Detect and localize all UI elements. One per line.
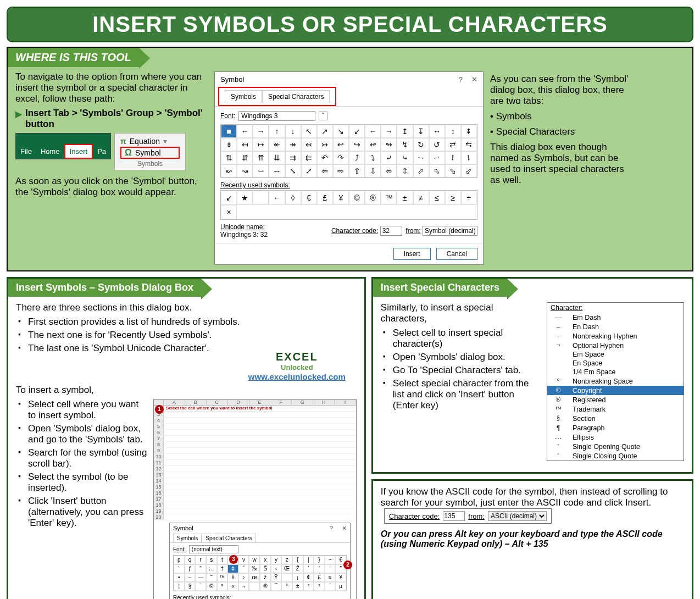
symbol-cell[interactable]: ⇈: [253, 151, 269, 164]
symbol-cell[interactable]: ⇄: [445, 138, 461, 151]
symbol-cell[interactable]: ↺: [429, 138, 445, 151]
symbol-cell[interactable]: ↧: [413, 125, 429, 138]
special-char-row[interactable]: …Ellipsis: [547, 432, 684, 442]
symbol-cell[interactable]: ↗: [317, 125, 333, 138]
symbol-cell[interactable]: ⇆: [461, 138, 477, 151]
symbol-cell[interactable]: ⇇: [301, 151, 317, 164]
special-char-row[interactable]: —Em Dash: [547, 313, 684, 322]
close-icon[interactable]: ✕: [471, 75, 477, 84]
symbol-cell[interactable]: ↦: [253, 138, 269, 151]
symbol-cell[interactable]: ⤢: [301, 164, 317, 178]
symbol-cell[interactable]: ↙: [349, 125, 365, 138]
symbol-cell[interactable]: ⤷: [397, 151, 413, 164]
recent-symbol-cell[interactable]: [253, 191, 269, 205]
equation-button[interactable]: πEquation▾: [120, 136, 180, 147]
symbol-cell[interactable]: ↬: [381, 138, 397, 151]
symbol-cell[interactable]: ⬃: [461, 164, 477, 178]
special-char-row[interactable]: ©Copyright: [547, 386, 684, 395]
ribbon-file[interactable]: File: [16, 144, 36, 159]
symbol-cell[interactable]: ⬁: [429, 164, 445, 178]
special-char-row[interactable]: –En Dash: [547, 322, 684, 331]
special-char-row[interactable]: °Nonbreaking Space: [547, 376, 684, 386]
symbol-cell[interactable]: ⬄: [381, 164, 397, 178]
symbol-cell[interactable]: ⇞: [461, 125, 477, 138]
symbol-cell[interactable]: ⇧: [349, 164, 365, 178]
symbol-cell[interactable]: ↕: [445, 125, 461, 138]
symbol-cell[interactable]: ■: [221, 125, 237, 138]
special-char-row[interactable]: ®Registered: [547, 395, 684, 404]
recent-symbol-cell[interactable]: ¥: [333, 191, 349, 205]
special-char-row[interactable]: 'Single Closing Quote: [547, 451, 684, 461]
symbol-cell[interactable]: ⥌: [445, 151, 461, 164]
special-char-row[interactable]: ¬Optional Hyphen: [547, 341, 684, 350]
symbol-cell[interactable]: ⤵: [365, 151, 381, 164]
ascii-from-select[interactable]: ASCII (decimal): [488, 511, 547, 521]
symbol-cell[interactable]: ↶: [317, 151, 333, 164]
recent-symbol-cell[interactable]: €: [301, 191, 317, 205]
symbol-cell[interactable]: ⥎: [253, 164, 269, 178]
symbol-cell[interactable]: ↷: [333, 151, 349, 164]
ribbon-pa[interactable]: Pa: [93, 144, 110, 159]
symbol-cell[interactable]: ↥: [397, 125, 413, 138]
from-select[interactable]: [423, 226, 477, 236]
special-char-row[interactable]: ¶Paragraph: [547, 423, 684, 432]
symbol-cell[interactable]: ⥍: [461, 151, 477, 164]
mini-close-icon[interactable]: ✕: [342, 525, 347, 532]
special-char-row[interactable]: 1/4 Em Space: [547, 368, 684, 376]
mini-tab-symbols[interactable]: Symbols: [173, 534, 202, 542]
symbol-cell[interactable]: ↜: [221, 164, 237, 178]
symbol-cell[interactable]: ←: [365, 125, 381, 138]
symbol-cell[interactable]: →: [381, 125, 397, 138]
symbol-cell[interactable]: ⤡: [285, 164, 301, 178]
symbol-cell[interactable]: ↔: [429, 125, 445, 138]
cancel-button[interactable]: Cancel: [436, 248, 477, 260]
symbol-cell[interactable]: ⥋: [429, 151, 445, 164]
font-select[interactable]: [238, 111, 315, 121]
symbol-cell[interactable]: ↩: [333, 138, 349, 151]
symbol-cell[interactable]: ↓: [285, 125, 301, 138]
symbol-cell[interactable]: ⇨: [333, 164, 349, 178]
recent-symbol-cell[interactable]: ↙: [221, 191, 237, 205]
insert-button[interactable]: Insert: [393, 248, 431, 260]
tab-special-characters[interactable]: Special Characters: [262, 90, 330, 103]
special-char-row[interactable]: 'Single Opening Quote: [547, 442, 684, 451]
symbol-cell[interactable]: ⤴: [349, 151, 365, 164]
symbol-cell[interactable]: ↤: [237, 138, 253, 151]
symbol-cell[interactable]: ⇟: [221, 138, 237, 151]
symbol-cell[interactable]: ↝: [237, 164, 253, 178]
symbol-cell[interactable]: ⥐: [269, 164, 285, 178]
symbol-cell[interactable]: ←: [237, 125, 253, 138]
symbol-grid[interactable]: ■←→↑↓↖↗↘↙←→↥↧↔↕⇞⇟↤↦↞↠↢↣↩↪↫↬↯↻↺⇄⇆⇅⇵⇈⇊⇉⇇↶↷…: [220, 124, 477, 178]
recent-symbol-cell[interactable]: £: [317, 191, 333, 205]
ribbon-home[interactable]: Home: [36, 144, 64, 159]
special-char-row[interactable]: Em Space: [547, 350, 684, 359]
mini-font-select[interactable]: [189, 545, 238, 553]
symbol-button[interactable]: ΩSymbol: [120, 147, 180, 159]
special-char-row[interactable]: §Section: [547, 414, 684, 423]
mini-symbol-grid[interactable]: pqrstuvwxyz{|}~€'ƒ"…†‡ˆ‰Š‹ŒŽ'''"•–—˜™š›œ…: [173, 555, 347, 591]
charcode-input[interactable]: [380, 226, 402, 236]
symbol-cell[interactable]: ↑: [269, 125, 285, 138]
tab-symbols[interactable]: Symbols: [225, 90, 262, 103]
ribbon-insert[interactable]: Insert: [64, 144, 93, 159]
symbol-cell[interactable]: ⬀: [413, 164, 429, 178]
recent-symbol-cell[interactable]: ★: [237, 191, 253, 205]
symbol-cell[interactable]: ⇦: [317, 164, 333, 178]
help-icon[interactable]: ?: [459, 75, 463, 84]
symbol-cell[interactable]: ⥊: [413, 151, 429, 164]
recent-symbol-cell[interactable]: ©: [349, 191, 365, 205]
special-char-row[interactable]: En Space: [547, 359, 684, 368]
recent-symbol-cell[interactable]: ×: [221, 205, 237, 219]
special-char-row[interactable]: ™Trademark: [547, 404, 684, 414]
mini-tab-special[interactable]: Special Characters: [202, 534, 255, 542]
ascii-charcode-input[interactable]: [443, 511, 465, 521]
symbol-cell[interactable]: ⤶: [381, 151, 397, 164]
recent-symbol-cell[interactable]: ←: [269, 191, 285, 205]
symbol-cell[interactable]: ⇳: [397, 164, 413, 178]
dropdown-icon[interactable]: ˅: [319, 112, 327, 120]
symbol-cell[interactable]: ⇵: [237, 151, 253, 164]
recent-symbol-cell[interactable]: ≤: [429, 191, 445, 205]
recent-symbols-grid[interactable]: ↙★←◊€£¥©®™±≠≤≥÷×: [220, 190, 477, 220]
recent-symbol-cell[interactable]: ≥: [445, 191, 461, 205]
symbol-cell[interactable]: ↞: [269, 138, 285, 151]
